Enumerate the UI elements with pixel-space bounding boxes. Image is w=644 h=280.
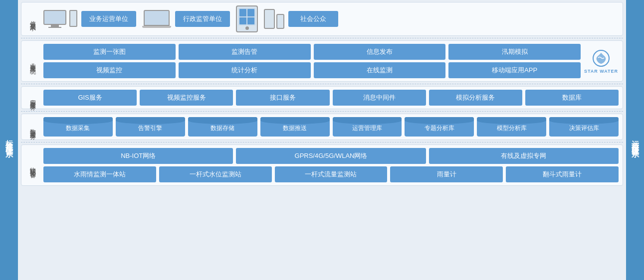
biz-label: 业务应用系统 — [25, 44, 39, 78]
app-content: GIS服务 视频监控服务 接口服务 消息中间件 模拟分析服务 数据库 — [43, 90, 619, 106]
app-grid: GIS服务 视频监控服务 接口服务 消息中间件 模拟分析服务 数据库 — [43, 90, 619, 106]
biz-btn-2[interactable]: 信息发布 — [314, 44, 446, 60]
biz-btn-0[interactable]: 监测一张图 — [43, 44, 176, 60]
iot-row1: NB-IOT网络 GPRS/4G/5G/WLAN网络 有线及虚拟专网 — [43, 148, 619, 164]
data-btn-5[interactable]: 专题分析库 — [405, 117, 474, 137]
biz-row2: 视频监控 统计分析 在线监测 移动端应用APP — [43, 62, 581, 78]
divider-2 — [21, 84, 623, 84]
biz-unit-btn[interactable]: 业务运营单位 — [81, 11, 136, 27]
left-label: 标准规范体系 — [0, 0, 18, 280]
right-label: 运营保障体系 — [626, 0, 644, 280]
data-btn-2[interactable]: 数据存储 — [188, 117, 257, 137]
content-area: 信息交互展示 — [18, 0, 626, 280]
biz-btn-7[interactable]: 移动端应用APP — [448, 62, 581, 78]
logo-text: STAR WATER — [584, 69, 618, 74]
app-label: 应用支撑服务 — [25, 90, 39, 106]
tablet-icon — [236, 5, 258, 32]
iot-section: 物联感知设备 NB-IOT网络 GPRS/4G/5G/WLAN网络 有线及虚拟专… — [21, 144, 623, 186]
biz-btn-5[interactable]: 统计分析 — [179, 62, 311, 78]
computer-icon — [43, 10, 77, 28]
star-water-icon — [592, 49, 611, 68]
biz-btn-3[interactable]: 汛期模拟 — [448, 44, 581, 60]
info-item-public: 社会公众 — [264, 9, 338, 29]
divider-4 — [21, 142, 623, 142]
iot-btn-0[interactable]: NB-IOT网络 — [43, 148, 233, 164]
iot-btn-5[interactable]: 一杆式流量监测站 — [275, 166, 388, 182]
iot-btn-1[interactable]: GPRS/4G/5G/WLAN网络 — [236, 148, 426, 164]
info-label: 信息交互展示 — [25, 5, 39, 32]
data-btn-0[interactable]: 数据采集 — [43, 117, 113, 137]
info-section: 信息交互展示 — [21, 2, 623, 36]
data-label: 数据支撑服务 — [25, 117, 39, 137]
info-item-biz: 业务运营单位 — [43, 10, 136, 28]
biz-btn-1[interactable]: 监测告管 — [179, 44, 311, 60]
divider-1 — [21, 38, 623, 38]
biz-content: 监测一张图 监测告管 信息发布 汛期模拟 视频监控 统计分析 在线监测 移动端应… — [43, 44, 619, 78]
info-content: 业务运营单位 行政监管单位 — [43, 5, 619, 32]
app-btn-4[interactable]: 模拟分析服务 — [429, 90, 522, 106]
public-btn[interactable]: 社会公众 — [288, 11, 338, 27]
iot-btn-7[interactable]: 翻斗式雨量计 — [506, 166, 619, 182]
data-btn-6[interactable]: 模型分析库 — [477, 117, 546, 137]
info-item-admin: 行政监管单位 — [142, 10, 230, 28]
biz-grid: 监测一张图 监测告管 信息发布 汛期模拟 视频监控 统计分析 在线监测 移动端应… — [43, 44, 581, 78]
star-water-logo: STAR WATER — [584, 44, 619, 78]
phone-icon — [264, 9, 284, 29]
data-btn-7[interactable]: 决策评估库 — [549, 117, 619, 137]
app-btn-3[interactable]: 消息中间件 — [333, 90, 426, 106]
iot-btn-4[interactable]: 一杆式水位监测站 — [159, 166, 272, 182]
iot-content: NB-IOT网络 GPRS/4G/5G/WLAN网络 有线及虚拟专网 水雨情监测… — [43, 148, 619, 182]
app-btn-5[interactable]: 数据库 — [525, 90, 619, 106]
biz-btn-6[interactable]: 在线监测 — [314, 62, 446, 78]
app-btn-1[interactable]: 视频监控服务 — [140, 90, 233, 106]
iot-btn-6[interactable]: 雨量计 — [390, 166, 503, 182]
data-grid: 数据采集 告警引擎 数据存储 数据推送 运营管理库 专题分析库 模型分析库 决策… — [43, 117, 619, 137]
app-btn-2[interactable]: 接口服务 — [236, 90, 329, 106]
iot-btn-2[interactable]: 有线及虚拟专网 — [429, 148, 619, 164]
info-row: 业务运营单位 行政监管单位 — [43, 5, 619, 32]
iot-row2: 水雨情监测一体站 一杆式水位监测站 一杆式流量监测站 雨量计 翻斗式雨量计 — [43, 166, 619, 182]
admin-unit-btn[interactable]: 行政监管单位 — [175, 11, 230, 27]
divider-3 — [21, 111, 623, 112]
data-btn-1[interactable]: 告警引擎 — [116, 117, 185, 137]
biz-section: 业务应用系统 监测一张图 监测告管 信息发布 汛期模拟 视频监控 统计分析 — [21, 40, 623, 82]
laptop-icon — [142, 10, 171, 28]
main-container: 标准规范体系 信息交互展示 — [0, 0, 644, 280]
data-section: 数据支撑服务 数据采集 告警引擎 数据存储 数据推送 运营管理库 专题分析库 模… — [21, 114, 623, 140]
app-section: 应用支撑服务 GIS服务 视频监控服务 接口服务 消息中间件 模拟分析服务 数据… — [21, 86, 623, 109]
biz-btn-4[interactable]: 视频监控 — [43, 62, 176, 78]
data-btn-4[interactable]: 运营管理库 — [333, 117, 402, 137]
info-item-tablet — [236, 5, 258, 32]
data-content: 数据采集 告警引擎 数据存储 数据推送 运营管理库 专题分析库 模型分析库 决策… — [43, 117, 619, 137]
biz-row1: 监测一张图 监测告管 信息发布 汛期模拟 — [43, 44, 581, 60]
iot-btn-3[interactable]: 水雨情监测一体站 — [43, 166, 156, 182]
app-btn-0[interactable]: GIS服务 — [43, 90, 137, 106]
data-btn-3[interactable]: 数据推送 — [260, 117, 330, 137]
iot-label: 物联感知设备 — [25, 148, 39, 182]
